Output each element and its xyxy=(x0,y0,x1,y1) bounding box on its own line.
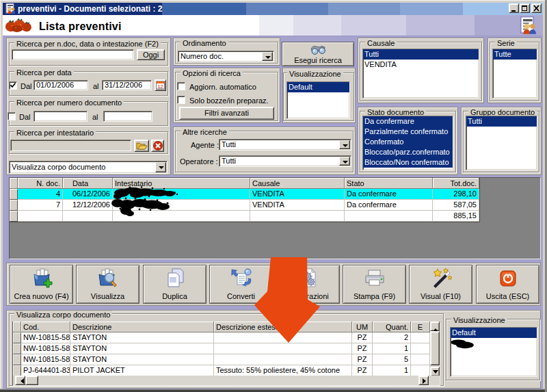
svg-text:12: 12 xyxy=(158,84,163,89)
